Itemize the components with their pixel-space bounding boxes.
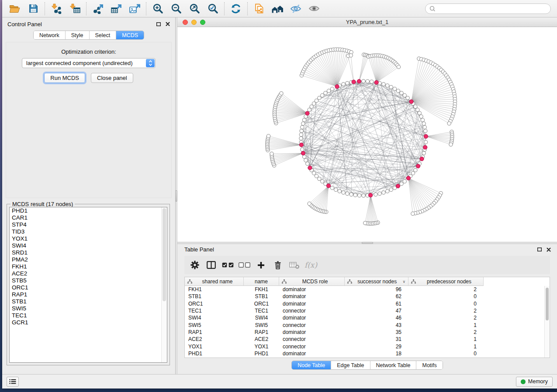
network-node[interactable] xyxy=(419,115,423,118)
create-column-button[interactable] xyxy=(253,258,269,272)
mcds-result-item[interactable]: TID3 xyxy=(10,228,167,235)
table-row[interactable]: ACE2ACE2connector311 xyxy=(185,336,544,343)
mcds-result-item[interactable]: PMA2 xyxy=(10,256,167,263)
network-node[interactable] xyxy=(308,108,311,111)
hide-selected-button[interactable] xyxy=(287,1,305,16)
tab-node-table[interactable]: Node Table xyxy=(292,361,331,369)
network-node[interactable] xyxy=(349,193,353,196)
network-node[interactable] xyxy=(312,102,315,105)
float-panel-button[interactable] xyxy=(537,248,542,251)
table-scrollbar[interactable] xyxy=(544,286,550,358)
show-task-history-button[interactable] xyxy=(7,377,19,387)
tab-network-table[interactable]: Network Table xyxy=(370,361,416,369)
network-node[interactable] xyxy=(302,155,306,158)
column-header-name[interactable]: name xyxy=(244,277,279,286)
network-node[interactable] xyxy=(321,179,324,183)
network-node[interactable] xyxy=(324,91,327,95)
mcds-dominator-node[interactable] xyxy=(406,176,410,180)
mcds-result-item[interactable]: STB5 xyxy=(10,277,167,284)
network-node[interactable] xyxy=(382,191,385,194)
mcds-result-item[interactable]: ACE2 xyxy=(10,270,167,277)
mcds-dominator-node[interactable] xyxy=(420,157,424,161)
mcds-dominator-node[interactable] xyxy=(335,85,339,89)
delete-column-button[interactable] xyxy=(287,258,302,272)
network-node[interactable] xyxy=(308,202,311,205)
close-mcds-panel-button[interactable]: Close panel xyxy=(91,73,133,83)
show-columns-button[interactable] xyxy=(204,258,219,272)
network-node[interactable] xyxy=(315,99,318,103)
network-node[interactable] xyxy=(302,118,306,122)
mcds-dominator-node[interactable] xyxy=(374,80,378,84)
network-node[interactable] xyxy=(346,192,349,195)
mcds-dominator-node[interactable] xyxy=(326,184,330,188)
network-node[interactable] xyxy=(397,65,400,69)
column-header-predecessor-nodes[interactable]: predecessor nodes xyxy=(408,277,484,286)
network-node[interactable] xyxy=(301,148,304,151)
vertical-splitter[interactable] xyxy=(175,17,177,374)
network-node[interactable] xyxy=(318,177,321,181)
column-header-shared-name[interactable]: shared name xyxy=(185,277,244,286)
tab-select[interactable]: Select xyxy=(89,31,116,39)
mcds-dominator-node[interactable] xyxy=(416,164,420,168)
network-node[interactable] xyxy=(370,80,374,83)
network-node[interactable] xyxy=(330,186,334,189)
network-node[interactable] xyxy=(342,83,345,86)
network-node[interactable] xyxy=(414,105,417,108)
mcds-result-item[interactable]: STB1 xyxy=(10,298,167,305)
network-node[interactable] xyxy=(306,162,309,165)
mcds-result-item[interactable]: STP4 xyxy=(10,221,167,228)
table-row[interactable]: FKH1FKH1dominator962 xyxy=(185,286,544,293)
network-node[interactable] xyxy=(378,192,381,195)
mcds-result-item[interactable]: RAP1 xyxy=(10,291,167,298)
mcds-dominator-node[interactable] xyxy=(423,145,427,149)
network-node[interactable] xyxy=(389,188,393,191)
network-node[interactable] xyxy=(301,125,304,129)
network-graph[interactable] xyxy=(177,27,557,242)
network-node[interactable] xyxy=(338,189,341,193)
network-node[interactable] xyxy=(330,87,334,90)
network-node[interactable] xyxy=(362,194,365,197)
run-mcds-button[interactable]: Run MCDS xyxy=(44,73,85,83)
optimization-criterion-select[interactable]: largest connected component (undirected) xyxy=(22,58,156,68)
network-node[interactable] xyxy=(318,96,321,100)
import-network-button[interactable] xyxy=(47,1,66,16)
zoom-in-button[interactable] xyxy=(149,1,167,16)
mcds-dominator-node[interactable] xyxy=(352,80,356,84)
close-window-button[interactable] xyxy=(183,20,188,25)
network-node[interactable] xyxy=(406,96,409,100)
first-neighbors-button[interactable] xyxy=(268,1,287,16)
mcds-dominator-node[interactable] xyxy=(305,111,309,115)
network-node[interactable] xyxy=(400,182,403,186)
maximize-window-button[interactable] xyxy=(200,20,205,25)
mcds-dominator-node[interactable] xyxy=(424,134,428,138)
table-settings-button[interactable] xyxy=(187,258,202,272)
memory-button[interactable]: Memory xyxy=(516,377,553,387)
network-node[interactable] xyxy=(374,193,377,196)
mcds-dominator-node[interactable] xyxy=(396,184,400,188)
network-node[interactable] xyxy=(353,193,357,197)
table-row[interactable]: TEC1TEC1connector472 xyxy=(185,307,544,314)
mcds-dominator-node[interactable] xyxy=(357,79,361,83)
refresh-button[interactable] xyxy=(227,1,245,16)
network-node[interactable] xyxy=(366,79,369,83)
network-node[interactable] xyxy=(270,152,273,155)
table-row[interactable]: YOX1YOX1connector291 xyxy=(185,343,544,350)
mcds-dominator-node[interactable] xyxy=(308,166,312,170)
column-header-mcds-role[interactable]: MCDS role xyxy=(279,277,345,286)
mcds-result-item[interactable]: TEC1 xyxy=(10,312,167,319)
network-node[interactable] xyxy=(396,89,400,93)
tab-style[interactable]: Style xyxy=(65,31,89,39)
network-node[interactable] xyxy=(310,105,313,108)
function-builder-button[interactable]: f(x) xyxy=(303,258,318,272)
minimize-window-button[interactable] xyxy=(191,20,197,25)
network-node[interactable] xyxy=(304,158,308,162)
network-node[interactable] xyxy=(418,111,421,115)
network-node[interactable] xyxy=(362,79,365,83)
table-row[interactable]: ORC1ORC1dominator610 xyxy=(185,300,544,307)
mcds-dominator-node[interactable] xyxy=(301,151,305,155)
mcds-dominator-node[interactable] xyxy=(299,143,303,147)
network-node[interactable] xyxy=(301,122,305,125)
network-node[interactable] xyxy=(393,87,396,90)
network-node[interactable] xyxy=(334,188,338,191)
network-node[interactable] xyxy=(403,93,406,97)
